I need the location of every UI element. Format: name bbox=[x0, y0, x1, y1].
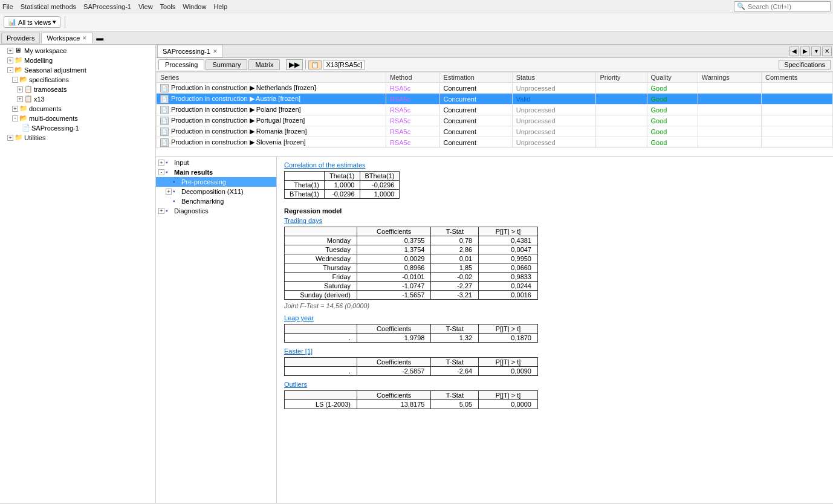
results-tree-item[interactable]: -▪Main results bbox=[156, 167, 276, 177]
tree-item-multidocs[interactable]: - 📂 multi-documents bbox=[10, 114, 155, 123]
cell-comments bbox=[762, 126, 833, 137]
menu-statistical[interactable]: Statistical methods bbox=[21, 3, 76, 10]
tree-item-specifications[interactable]: - 📂 specifications bbox=[10, 75, 155, 85]
tree-item-seasonal[interactable]: - 📂 Seasonal adjustment bbox=[5, 65, 155, 75]
tab-nav-close[interactable]: ✕ bbox=[822, 47, 832, 56]
tree-item-modelling[interactable]: + 📁 Modelling bbox=[5, 56, 155, 65]
results-tree-item[interactable]: +▪Decomposition (X11) bbox=[156, 187, 276, 196]
item-x13-icon: 📋 bbox=[24, 95, 33, 103]
expand-myworkspace[interactable]: + bbox=[7, 48, 13, 54]
main-layout: + 🖥 My workspace + 📁 Modelling - 📂 Seaso… bbox=[0, 45, 833, 503]
easter-subtitle[interactable]: Easter [1] bbox=[284, 347, 826, 355]
expand-btn[interactable]: + bbox=[166, 189, 172, 195]
tree-label-utilities: Utilities bbox=[24, 134, 45, 141]
ts-views-dropdown[interactable]: 📊 All ts views ▾ bbox=[4, 16, 60, 28]
tree-item-tramoseats[interactable]: + 📋 tramoseats bbox=[15, 85, 155, 94]
tab-workspace[interactable]: Workspace ✕ bbox=[41, 33, 92, 44]
x13-dropdown[interactable]: X13[RSA5c] bbox=[323, 60, 365, 69]
tree-label-modelling: Modelling bbox=[24, 57, 53, 64]
tab-nav-left[interactable]: ◀ bbox=[789, 47, 799, 56]
tab-providers[interactable]: Providers bbox=[1, 33, 40, 44]
results-tree: +▪Input-▪Main results▪Pre-processing+▪De… bbox=[156, 157, 277, 503]
expand-btn[interactable]: + bbox=[158, 208, 164, 214]
separator2 bbox=[305, 60, 306, 69]
cell-status: Unprocessed bbox=[512, 126, 596, 137]
tab-workspace-close[interactable]: ✕ bbox=[82, 35, 87, 41]
cell-estimation: Concurrent bbox=[439, 94, 512, 105]
results-tree-item[interactable]: +▪Input bbox=[156, 158, 276, 167]
expand-tramoseats[interactable]: + bbox=[17, 86, 23, 92]
expand-documents[interactable]: + bbox=[12, 106, 18, 112]
cell-series: 📄Production in construction ▶ Portugal [… bbox=[157, 115, 386, 126]
tab-nav-down[interactable]: ▾ bbox=[811, 47, 821, 56]
outlier-row: LS (1-2003)13,81755,050,0000 bbox=[285, 400, 538, 409]
search-box[interactable]: 🔍 bbox=[734, 1, 831, 11]
table-row[interactable]: 📄Production in construction ▶ Netherland… bbox=[157, 83, 833, 94]
menu-view[interactable]: View bbox=[138, 3, 153, 10]
tree-label-multidocs: multi-documents bbox=[29, 115, 78, 122]
tree-label-documents: documents bbox=[29, 105, 62, 112]
ea-col-p: P[|T| > t] bbox=[479, 358, 538, 367]
table-row[interactable]: 📄Production in construction ▶ Poland [fr… bbox=[157, 105, 833, 115]
tree-item-utilities[interactable]: + 📁 Utilities bbox=[5, 133, 155, 143]
cell-priority bbox=[596, 105, 647, 115]
menu-saprocessing[interactable]: SAProcessing-1 bbox=[83, 3, 131, 10]
table-row[interactable]: 📄Production in construction ▶ Portugal [… bbox=[157, 115, 833, 126]
tree-item-saprocessing[interactable]: 📄 SAProcessing-1 bbox=[19, 123, 155, 133]
search-input[interactable] bbox=[748, 3, 820, 10]
tree-item-myworkspace[interactable]: + 🖥 My workspace bbox=[5, 46, 155, 56]
folder-spec-icon: 📂 bbox=[19, 76, 28, 84]
doc-tab-saprocessing[interactable]: SAProcessing-1 ✕ bbox=[157, 45, 223, 57]
expand-x13[interactable]: + bbox=[17, 96, 23, 102]
outliers-subtitle[interactable]: Outliers bbox=[284, 381, 826, 388]
expand-btn[interactable]: - bbox=[158, 169, 164, 175]
correlation-title[interactable]: Correlation of the estimates bbox=[284, 161, 826, 169]
cell-quality: Good bbox=[647, 83, 698, 94]
ea-col-coeff: Coefficients bbox=[357, 358, 431, 367]
tree-label-specifications: specifications bbox=[29, 76, 69, 83]
corr-row: BTheta(1)-0,02961,0000 bbox=[285, 190, 400, 199]
tree-item-documents[interactable]: + 📁 documents bbox=[10, 104, 155, 114]
expand-specifications[interactable]: - bbox=[12, 77, 18, 83]
table-row[interactable]: 📄Production in construction ▶ Romania [f… bbox=[157, 126, 833, 137]
leap-year-table: Coefficients T-Stat P[|T| > t] .1,97981,… bbox=[284, 324, 538, 343]
expand-multidocs[interactable]: - bbox=[12, 115, 18, 121]
rtree-icon: ▪ bbox=[166, 169, 173, 176]
results-tree-item[interactable]: +▪Diagnostics bbox=[156, 206, 276, 216]
tab-nav-right[interactable]: ▶ bbox=[800, 47, 810, 56]
leap-year-subtitle[interactable]: Leap year bbox=[284, 314, 826, 321]
trading-days-table: Coefficients T-Stat P[|T| > t] Monday0,3… bbox=[284, 227, 538, 300]
specifications-button[interactable]: Specifications bbox=[779, 60, 831, 69]
out-col-p: P[|T| > t] bbox=[479, 391, 538, 400]
table-row[interactable]: 📄Production in construction ▶ Slovenia [… bbox=[157, 137, 833, 148]
trading-days-subtitle[interactable]: Trading days bbox=[284, 217, 826, 224]
run-icon[interactable]: ▶▶ bbox=[286, 59, 303, 70]
expand-btn[interactable]: + bbox=[158, 160, 164, 166]
tree-item-x13[interactable]: + 📋 x13 bbox=[15, 94, 155, 104]
panel-minimize-btn[interactable]: ▬ bbox=[96, 34, 103, 42]
tab-summary[interactable]: Summary bbox=[206, 59, 247, 70]
cell-status: Valid bbox=[512, 94, 596, 105]
menu-file[interactable]: File bbox=[2, 3, 13, 10]
cell-method: RSA5c bbox=[386, 115, 440, 126]
results-tree-item[interactable]: ▪Benchmarking bbox=[156, 196, 276, 206]
item-tramoseats-icon: 📋 bbox=[24, 85, 33, 94]
expand-seasonal[interactable]: - bbox=[7, 67, 13, 73]
expand-utilities[interactable]: + bbox=[7, 135, 13, 141]
table-row[interactable]: 📄Production in construction ▶ Austria [f… bbox=[157, 94, 833, 105]
tab-matrix[interactable]: Matrix bbox=[248, 59, 280, 70]
leap-row: .1,97981,320,1870 bbox=[285, 334, 538, 343]
menu-tools[interactable]: Tools bbox=[160, 3, 176, 10]
correlation-table: Theta(1) BTheta(1) Theta(1)1,0000-0,0296… bbox=[284, 171, 400, 199]
menu-window[interactable]: Window bbox=[183, 3, 206, 10]
tab-processing[interactable]: Processing bbox=[158, 59, 204, 70]
cell-series: 📄Production in construction ▶ Romania [f… bbox=[157, 126, 386, 137]
trading-row: Thursday0,89661,850,0660 bbox=[285, 263, 538, 273]
doc-tab-close[interactable]: ✕ bbox=[213, 48, 218, 54]
expand-modelling[interactable]: + bbox=[7, 57, 13, 63]
menu-help[interactable]: Help bbox=[213, 3, 227, 10]
cell-comments bbox=[762, 105, 833, 115]
results-tree-item[interactable]: ▪Pre-processing bbox=[156, 177, 276, 187]
cell-comments bbox=[762, 137, 833, 148]
series-table: Series Method Estimation Status Priority… bbox=[156, 72, 833, 148]
